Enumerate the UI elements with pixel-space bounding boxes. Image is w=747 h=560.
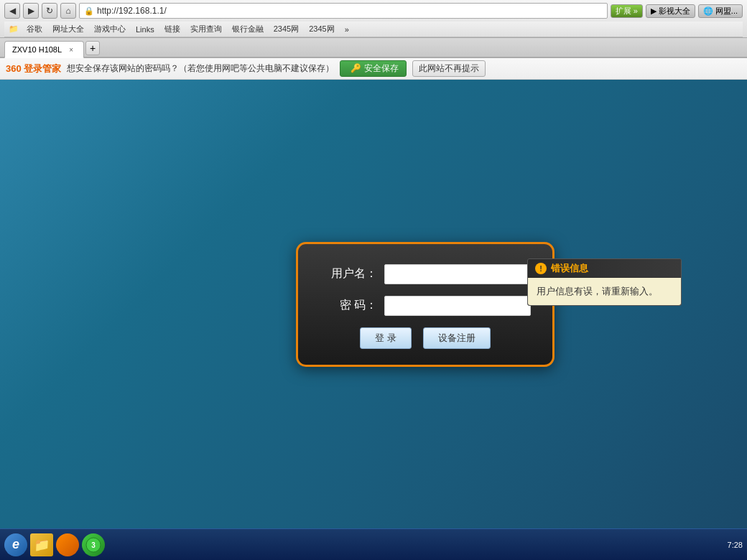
nav-bar: ◀ ▶ ↻ ⌂ 🔒 http://192.168.1.1/ 扩展 » ▶ 影视大… — [4, 3, 743, 19]
active-tab[interactable]: ZXV10 H108L × — [4, 41, 84, 58]
bookmark-2345-2[interactable]: 2345网 — [307, 23, 336, 35]
bookmarks-bar: 📁 谷歌 网址大全 游戏中心 Links 链接 实用查询 银行金融 2345网 … — [4, 22, 743, 37]
bookmark-chain[interactable]: 链接 — [162, 23, 182, 35]
security-save-label: 🔑 安全保存 — [351, 62, 398, 75]
bookmark-tools[interactable]: 实用查询 — [188, 23, 224, 35]
password-label: 密 码： — [320, 298, 377, 313]
tab-title: ZXV10 H108L — [12, 45, 62, 54]
net-icon: 🌐 — [703, 6, 713, 16]
error-icon: ! — [535, 263, 547, 274]
password-row: 密 码： — [320, 296, 531, 316]
refresh-button[interactable]: ↻ — [42, 3, 57, 19]
bookmark-webdir[interactable]: 网址大全 — [50, 23, 86, 35]
security-logo: 360 登录管家 — [6, 62, 61, 75]
login-box: 用户名： ! 错误信息 用户信息有误，请重新输入。 密 码： — [296, 242, 555, 367]
taskbar-time: 7:28 — [728, 541, 743, 549]
error-tooltip-header: ! 错误信息 — [528, 259, 681, 278]
plus-icon: + — [90, 42, 96, 54]
security-bar: 360 登录管家 想安全保存该网站的密码吗？（若您使用网吧等公共电脑不建议保存）… — [0, 58, 747, 80]
security-save-button[interactable]: 🔑 安全保存 — [340, 60, 406, 77]
expand-button[interactable]: 扩展 » — [611, 4, 643, 18]
forward-button[interactable]: ▶ — [23, 3, 39, 19]
back-button[interactable]: ◀ — [4, 3, 20, 19]
expand-label: 扩展 » — [616, 6, 638, 17]
login-dialog: 用户名： ! 错误信息 用户信息有误，请重新输入。 密 码： — [296, 242, 555, 367]
error-message: 用户信息有误，请重新输入。 — [528, 278, 681, 305]
address-text: http://192.168.1.1/ — [97, 6, 167, 16]
home-button[interactable]: ⌂ — [60, 3, 76, 19]
username-label: 用户名： — [320, 266, 377, 281]
bookmark-google[interactable]: 谷歌 — [24, 23, 45, 35]
taskbar-folder-icon[interactable]: 📁 — [30, 533, 53, 556]
register-label: 设备注册 — [438, 332, 475, 343]
bookmark-folder-icon: 📁 — [9, 24, 19, 34]
error-tooltip: ! 错误信息 用户信息有误，请重新输入。 — [527, 258, 682, 306]
bookmark-links[interactable]: Links — [134, 24, 157, 34]
login-buttons: 登 录 设备注册 — [320, 327, 531, 349]
movie-icon: ▶ — [651, 6, 656, 16]
taskbar: e 📁 3 7:28 — [0, 528, 747, 560]
register-button[interactable]: 设备注册 — [423, 327, 491, 349]
bookmark-banking[interactable]: 银行金融 — [230, 23, 266, 35]
page-content: 用户名： ! 错误信息 用户信息有误，请重新输入。 密 码： — [0, 80, 747, 528]
taskbar-ie-icon[interactable]: e — [4, 533, 27, 556]
login-button[interactable]: 登 录 — [360, 327, 412, 349]
new-tab-button[interactable]: + — [85, 41, 100, 55]
username-input[interactable] — [384, 264, 531, 284]
login-label: 登 录 — [375, 332, 396, 343]
net-button[interactable]: 🌐 网盟... — [698, 4, 743, 18]
taskbar-media-icon[interactable] — [56, 533, 79, 556]
top-right-controls: 扩展 » ▶ 影视大全 🌐 网盟... — [611, 4, 743, 18]
bookmark-2345-1[interactable]: 2345网 — [272, 23, 301, 35]
bookmark-more[interactable]: » — [343, 24, 351, 34]
security-dismiss-label: 此网站不再提示 — [419, 63, 479, 73]
security-message: 想安全保存该网站的密码吗？（若您使用网吧等公共电脑不建议保存） — [67, 62, 334, 75]
net-label: 网盟... — [715, 6, 738, 17]
taskbar-360-icon[interactable]: 3 — [82, 533, 105, 556]
bookmark-games[interactable]: 游戏中心 — [92, 23, 128, 35]
password-input[interactable] — [384, 296, 531, 316]
error-title: 错误信息 — [551, 262, 588, 275]
close-icon: × — [69, 46, 73, 54]
svg-text:3: 3 — [91, 541, 96, 549]
security-dismiss-button[interactable]: 此网站不再提示 — [412, 60, 486, 77]
username-row: 用户名： ! 错误信息 用户信息有误，请重新输入。 — [320, 264, 531, 284]
tabs-bar: ZXV10 H108L × + — [0, 38, 747, 58]
address-bar[interactable]: 🔒 http://192.168.1.1/ — [79, 3, 608, 19]
browser-window: ◀ ▶ ↻ ⌂ 🔒 http://192.168.1.1/ 扩展 » ▶ 影视大… — [0, 0, 747, 560]
360-logo-svg: 3 — [85, 537, 101, 553]
security-lock-icon: 🔒 — [84, 6, 94, 16]
tab-close-button[interactable]: × — [66, 45, 76, 55]
movie-button[interactable]: ▶ 影视大全 — [646, 4, 695, 18]
movie-label: 影视大全 — [659, 6, 690, 17]
browser-nav-area: ◀ ▶ ↻ ⌂ 🔒 http://192.168.1.1/ 扩展 » ▶ 影视大… — [0, 0, 747, 38]
